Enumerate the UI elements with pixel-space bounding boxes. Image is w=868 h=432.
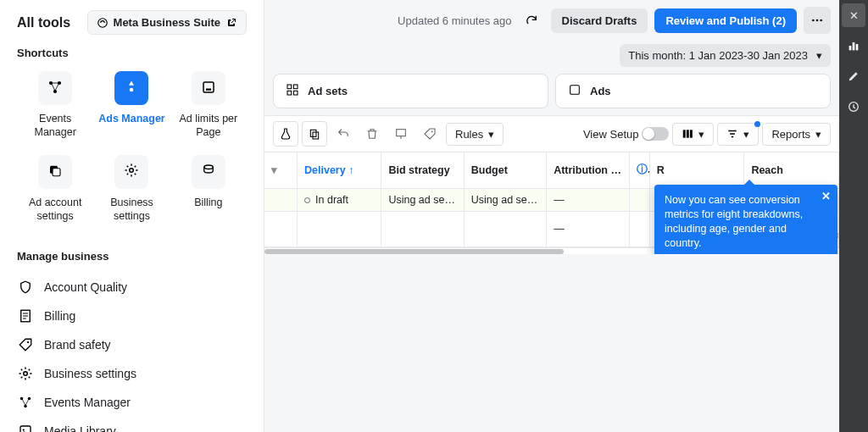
undo-button[interactable] <box>331 121 356 147</box>
bar-chart-icon <box>847 39 860 53</box>
svg-rect-23 <box>287 85 292 89</box>
svg-point-4 <box>130 87 134 91</box>
ad-limits-icon <box>201 80 216 97</box>
breakdown-dropdown[interactable]: ▾ <box>717 123 759 146</box>
more-menu-button[interactable] <box>804 7 831 34</box>
trash-icon <box>365 127 379 141</box>
col-bid-strategy[interactable]: Bid strategy <box>381 152 464 188</box>
shortcut-business-settings[interactable]: Business settings <box>93 153 170 235</box>
shortcut-ads-manager[interactable]: Ads Manager <box>93 69 170 152</box>
manage-item-label: Media Library <box>44 424 116 432</box>
reports-dropdown[interactable]: Reports ▾ <box>762 123 831 146</box>
right-rail: ✕ <box>839 0 868 432</box>
cell-delivery: In draft <box>298 188 381 211</box>
date-range-selector[interactable]: This month: 1 Jan 2023-30 Jan 2023 ▾ <box>620 44 831 67</box>
review-publish-button[interactable]: Review and Publish (2) <box>654 8 797 33</box>
tab-ad-sets[interactable]: Ad sets <box>273 74 548 108</box>
billing-icon <box>201 163 216 180</box>
tab-label: Ad sets <box>308 85 348 97</box>
ad-account-settings-icon <box>47 163 63 180</box>
total-attribution: — <box>547 211 629 246</box>
col-reach[interactable]: Reach <box>744 152 839 188</box>
manage-item-label: Account Quality <box>44 280 127 294</box>
shortcuts-heading: Shortcuts <box>17 47 247 59</box>
shortcut-ad-account-settings[interactable]: Ad account settings <box>17 153 93 235</box>
svg-rect-26 <box>293 91 298 95</box>
tooltip-close-button[interactable]: ✕ <box>821 190 831 204</box>
col-results[interactable]: R <box>649 152 744 188</box>
rail-charts-button[interactable] <box>842 34 865 58</box>
manage-brand-safety[interactable]: Brand safety <box>17 330 247 359</box>
shortcut-label: Ads Manager <box>98 112 165 125</box>
view-setup-toggle[interactable] <box>642 127 669 141</box>
meta-business-suite-button[interactable]: Meta Business Suite <box>87 10 247 35</box>
refresh-icon <box>525 14 538 27</box>
rules-label: Rules <box>455 128 483 141</box>
external-link-icon <box>225 17 237 29</box>
rail-close-button[interactable]: ✕ <box>842 3 865 27</box>
svg-point-10 <box>204 165 214 169</box>
manage-item-label: Brand safety <box>44 338 111 352</box>
columns-layout-dropdown[interactable]: ▾ <box>672 123 714 146</box>
col-attribution[interactable]: Attribution setting <box>547 152 629 188</box>
svg-point-13 <box>24 372 28 376</box>
arrow-up-icon: ↑ <box>348 164 353 176</box>
image-icon <box>17 423 34 432</box>
shortcut-ad-limits[interactable]: Ad limits per Page <box>170 69 247 152</box>
svg-rect-35 <box>849 46 852 50</box>
ads-icon <box>568 83 581 99</box>
chevron-down-icon: ▾ <box>743 128 749 141</box>
shortcut-label: Ad account settings <box>17 196 93 224</box>
ads-manager-icon <box>124 80 139 97</box>
data-table: ▾ Delivery ↑ Bid strategy Budget Attribu… <box>264 152 839 254</box>
svg-point-20 <box>812 19 815 22</box>
manage-account-quality[interactable]: Account Quality <box>17 273 247 302</box>
shortcut-label: Business settings <box>93 196 170 224</box>
svg-rect-37 <box>856 44 859 50</box>
col-delivery[interactable]: Delivery ↑ <box>298 152 381 188</box>
rules-dropdown[interactable]: Rules ▾ <box>446 123 504 146</box>
col-budget[interactable]: Budget <box>464 152 546 188</box>
svg-rect-32 <box>683 130 686 137</box>
tag-button[interactable] <box>417 121 442 147</box>
meta-logo-icon <box>97 17 108 29</box>
notification-dot-icon <box>754 121 760 127</box>
chevron-down-icon: ▾ <box>271 164 277 176</box>
manage-media-library[interactable]: Media Library <box>17 417 247 432</box>
shortcut-label: Events Manager <box>17 112 93 140</box>
duplicate-button[interactable] <box>302 121 327 147</box>
manage-item-label: Billing <box>44 309 75 323</box>
copy-icon <box>308 127 321 141</box>
col-sort[interactable]: ▾ <box>264 152 298 188</box>
pencil-icon <box>847 69 860 83</box>
shortcut-events-manager[interactable]: Events Manager <box>17 69 93 152</box>
shortcut-label: Billing <box>194 196 222 209</box>
tab-label: Ads <box>590 85 611 97</box>
shortcut-billing[interactable]: Billing <box>170 153 247 235</box>
export-icon <box>394 127 408 141</box>
col-info[interactable]: ⓘ <box>629 152 649 188</box>
rail-history-button[interactable] <box>842 95 865 119</box>
svg-rect-34 <box>690 130 693 137</box>
chevron-down-icon: ▾ <box>816 49 822 62</box>
svg-rect-29 <box>313 132 319 139</box>
tab-ads[interactable]: Ads <box>555 74 831 108</box>
refresh-button[interactable] <box>519 8 544 33</box>
gear-icon <box>17 365 34 382</box>
discard-drafts-button[interactable]: Discard Drafts <box>551 8 648 33</box>
updated-text: Updated 6 minutes ago <box>398 14 511 27</box>
delete-button[interactable] <box>359 121 385 147</box>
shortcut-label: Ad limits per Page <box>170 112 247 140</box>
svg-point-22 <box>820 19 822 22</box>
manage-billing[interactable]: Billing <box>17 302 247 330</box>
svg-rect-6 <box>206 88 211 90</box>
export-button[interactable] <box>388 121 414 147</box>
svg-rect-30 <box>397 130 406 136</box>
manage-events-manager[interactable]: Events Manager <box>17 388 247 417</box>
manage-business-settings[interactable]: Business settings <box>17 359 247 388</box>
undo-icon <box>337 127 350 141</box>
info-icon: ⓘ <box>637 163 650 175</box>
date-range-label: This month: 1 Jan 2023-30 Jan 2023 <box>628 49 808 62</box>
ab-test-button[interactable] <box>273 121 298 147</box>
rail-edit-button[interactable] <box>842 64 865 88</box>
